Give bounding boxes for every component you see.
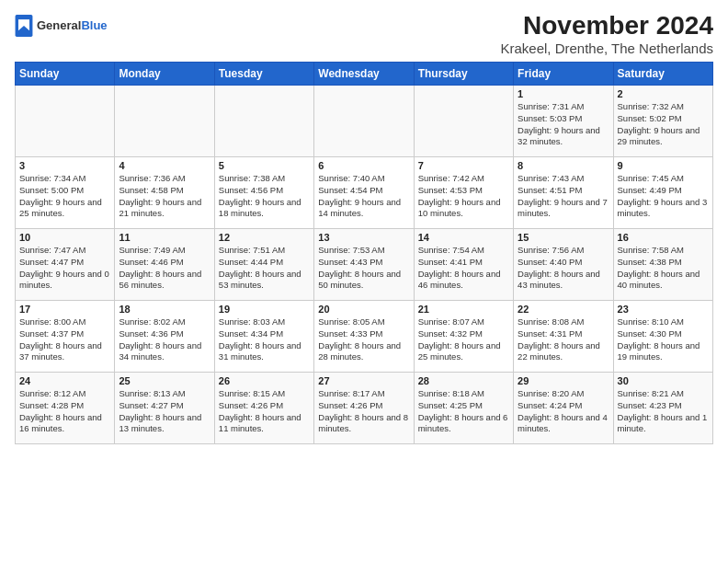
calendar-cell: 3Sunrise: 7:34 AM Sunset: 5:00 PM Daylig… [16,157,115,229]
day-info: Sunrise: 7:38 AM Sunset: 4:56 PM Dayligh… [219,173,310,220]
day-info: Sunrise: 8:20 AM Sunset: 4:24 PM Dayligh… [518,388,609,435]
calendar-cell: 14Sunrise: 7:54 AM Sunset: 4:41 PM Dayli… [414,229,513,301]
calendar-week-4: 17Sunrise: 8:00 AM Sunset: 4:37 PM Dayli… [16,301,713,373]
calendar-cell: 6Sunrise: 7:40 AM Sunset: 4:54 PM Daylig… [314,157,414,229]
calendar-week-2: 3Sunrise: 7:34 AM Sunset: 5:00 PM Daylig… [16,157,713,229]
calendar-cell [115,86,214,157]
calendar-cell: 30Sunrise: 8:21 AM Sunset: 4:23 PM Dayli… [613,373,712,444]
day-number: 25 [119,375,210,386]
day-number: 4 [119,160,210,171]
day-info: Sunrise: 8:10 AM Sunset: 4:30 PM Dayligh… [618,316,709,363]
calendar-title: November 2024 [500,11,713,40]
day-number: 5 [219,160,310,171]
calendar-cell: 13Sunrise: 7:53 AM Sunset: 4:43 PM Dayli… [314,229,414,301]
calendar-cell: 20Sunrise: 8:05 AM Sunset: 4:33 PM Dayli… [314,301,414,373]
header-wednesday: Wednesday [314,63,414,86]
calendar-cell [414,86,513,157]
calendar-cell: 28Sunrise: 8:18 AM Sunset: 4:25 PM Dayli… [414,373,513,444]
calendar-cell: 7Sunrise: 7:42 AM Sunset: 4:53 PM Daylig… [414,157,513,229]
day-number: 16 [618,232,709,243]
calendar-cell: 5Sunrise: 7:38 AM Sunset: 4:56 PM Daylig… [214,157,313,229]
day-info: Sunrise: 7:36 AM Sunset: 4:58 PM Dayligh… [119,173,210,220]
day-info: Sunrise: 7:32 AM Sunset: 5:02 PM Dayligh… [618,101,709,148]
day-number: 12 [219,232,310,243]
day-number: 7 [418,160,509,171]
day-number: 29 [518,375,609,386]
calendar-cell: 2Sunrise: 7:32 AM Sunset: 5:02 PM Daylig… [613,86,712,157]
calendar-cell: 1Sunrise: 7:31 AM Sunset: 5:03 PM Daylig… [514,86,613,157]
day-number: 23 [618,304,709,315]
day-info: Sunrise: 7:31 AM Sunset: 5:03 PM Dayligh… [518,101,609,148]
day-number: 18 [119,304,210,315]
calendar-cell: 18Sunrise: 8:02 AM Sunset: 4:36 PM Dayli… [115,301,214,373]
calendar-week-1: 1Sunrise: 7:31 AM Sunset: 5:03 PM Daylig… [16,86,713,157]
day-number: 13 [318,232,409,243]
day-info: Sunrise: 7:42 AM Sunset: 4:53 PM Dayligh… [418,173,509,220]
calendar-table: SundayMondayTuesdayWednesdayThursdayFrid… [15,62,713,444]
day-number: 17 [19,304,110,315]
day-number: 9 [618,160,709,171]
calendar-cell: 9Sunrise: 7:45 AM Sunset: 4:49 PM Daylig… [613,157,712,229]
day-number: 1 [518,88,609,99]
day-info: Sunrise: 8:03 AM Sunset: 4:34 PM Dayligh… [219,316,310,363]
calendar-cell: 19Sunrise: 8:03 AM Sunset: 4:34 PM Dayli… [214,301,313,373]
day-info: Sunrise: 7:51 AM Sunset: 4:44 PM Dayligh… [219,245,310,292]
calendar-cell: 23Sunrise: 8:10 AM Sunset: 4:30 PM Dayli… [613,301,712,373]
calendar-cell: 12Sunrise: 7:51 AM Sunset: 4:44 PM Dayli… [214,229,313,301]
day-number: 22 [518,304,609,315]
logo: GeneralBlue [15,15,108,37]
calendar-cell [214,86,313,157]
calendar-cell: 25Sunrise: 8:13 AM Sunset: 4:27 PM Dayli… [115,373,214,444]
calendar-cell: 11Sunrise: 7:49 AM Sunset: 4:46 PM Dayli… [115,229,214,301]
day-info: Sunrise: 8:15 AM Sunset: 4:26 PM Dayligh… [219,388,310,435]
calendar-cell: 10Sunrise: 7:47 AM Sunset: 4:47 PM Dayli… [16,229,115,301]
calendar-cell: 27Sunrise: 8:17 AM Sunset: 4:26 PM Dayli… [314,373,414,444]
calendar-cell [314,86,414,157]
day-number: 15 [518,232,609,243]
calendar-cell: 8Sunrise: 7:43 AM Sunset: 4:51 PM Daylig… [514,157,613,229]
day-number: 21 [418,304,509,315]
header: GeneralBlue November 2024 Krakeel, Drent… [15,11,713,56]
header-saturday: Saturday [613,63,712,86]
day-number: 2 [618,88,709,99]
day-info: Sunrise: 8:05 AM Sunset: 4:33 PM Dayligh… [318,316,409,363]
day-number: 8 [518,160,609,171]
header-monday: Monday [115,63,214,86]
calendar-page: GeneralBlue November 2024 Krakeel, Drent… [0,0,728,455]
day-info: Sunrise: 7:58 AM Sunset: 4:38 PM Dayligh… [618,245,709,292]
logo-icon [15,15,33,37]
day-info: Sunrise: 7:45 AM Sunset: 4:49 PM Dayligh… [618,173,709,220]
day-info: Sunrise: 7:53 AM Sunset: 4:43 PM Dayligh… [318,245,409,292]
day-number: 3 [19,160,110,171]
day-info: Sunrise: 7:34 AM Sunset: 5:00 PM Dayligh… [19,173,110,220]
calendar-header-row: SundayMondayTuesdayWednesdayThursdayFrid… [16,63,713,86]
day-info: Sunrise: 8:08 AM Sunset: 4:31 PM Dayligh… [518,316,609,363]
calendar-cell: 4Sunrise: 7:36 AM Sunset: 4:58 PM Daylig… [115,157,214,229]
day-info: Sunrise: 7:47 AM Sunset: 4:47 PM Dayligh… [19,245,110,292]
svg-rect-2 [18,19,29,22]
calendar-week-5: 24Sunrise: 8:12 AM Sunset: 4:28 PM Dayli… [16,373,713,444]
day-info: Sunrise: 7:40 AM Sunset: 4:54 PM Dayligh… [318,173,409,220]
day-info: Sunrise: 8:13 AM Sunset: 4:27 PM Dayligh… [119,388,210,435]
day-info: Sunrise: 8:17 AM Sunset: 4:26 PM Dayligh… [318,388,409,435]
title-block: November 2024 Krakeel, Drenthe, The Neth… [500,11,713,56]
day-number: 24 [19,375,110,386]
day-info: Sunrise: 8:18 AM Sunset: 4:25 PM Dayligh… [418,388,509,435]
header-sunday: Sunday [16,63,115,86]
calendar-cell: 21Sunrise: 8:07 AM Sunset: 4:32 PM Dayli… [414,301,513,373]
logo-text: GeneralBlue [37,18,108,33]
calendar-cell: 24Sunrise: 8:12 AM Sunset: 4:28 PM Dayli… [16,373,115,444]
day-info: Sunrise: 8:21 AM Sunset: 4:23 PM Dayligh… [618,388,709,435]
day-info: Sunrise: 8:00 AM Sunset: 4:37 PM Dayligh… [19,316,110,363]
day-info: Sunrise: 7:43 AM Sunset: 4:51 PM Dayligh… [518,173,609,220]
day-number: 6 [318,160,409,171]
calendar-cell: 22Sunrise: 8:08 AM Sunset: 4:31 PM Dayli… [514,301,613,373]
day-info: Sunrise: 7:56 AM Sunset: 4:40 PM Dayligh… [518,245,609,292]
calendar-subtitle: Krakeel, Drenthe, The Netherlands [500,40,713,56]
logo-general: General [37,18,81,32]
day-number: 26 [219,375,310,386]
day-number: 28 [418,375,509,386]
day-number: 14 [418,232,509,243]
day-number: 20 [318,304,409,315]
day-number: 10 [19,232,110,243]
